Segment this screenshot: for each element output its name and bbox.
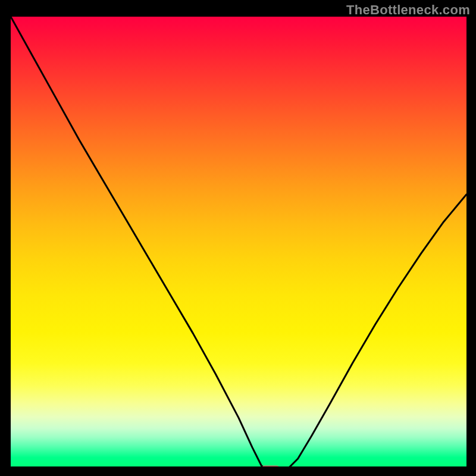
attribution-label: TheBottleneck.com	[346, 2, 470, 18]
chart-frame: TheBottleneck.com	[0, 0, 476, 476]
optimal-marker-pill	[261, 466, 280, 466]
plot-area	[11, 17, 466, 466]
optimal-marker	[11, 17, 466, 466]
